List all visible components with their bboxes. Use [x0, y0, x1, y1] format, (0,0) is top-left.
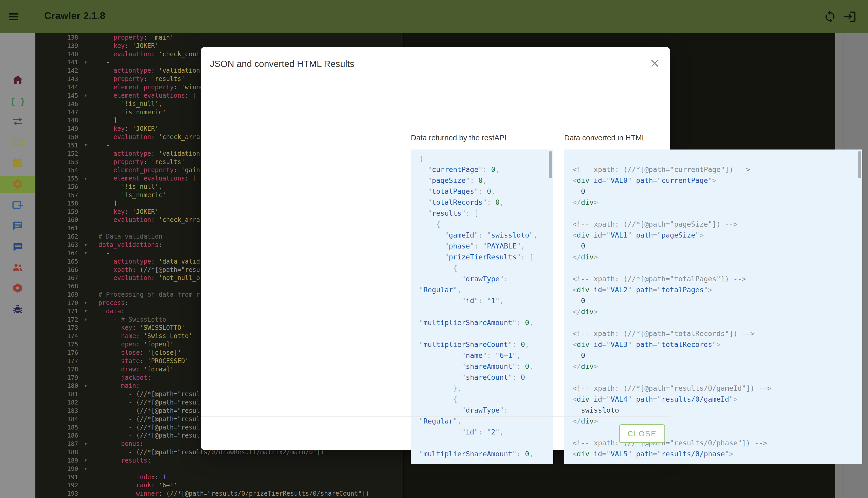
sidebar-item-debug[interactable] [0, 301, 35, 318]
fold-toggle-icon[interactable]: ▾ [81, 309, 90, 314]
code-line: 193 winner: (//*[@path="results/0/prizeT… [35, 489, 403, 498]
line-number: 149 [35, 125, 81, 132]
menu-icon[interactable] [7, 10, 20, 23]
code-text: - # SwissLotto [90, 316, 166, 323]
code-text: - (//*[@path="resul [90, 399, 200, 406]
html-line: <div id="VAL2" path="totalPages"> [564, 285, 862, 296]
html-line: </div> [564, 197, 862, 208]
sidebar-item-users[interactable] [0, 259, 35, 276]
code-text: actiontype: 'data_valid [90, 258, 200, 265]
line-number: 161 [35, 225, 81, 232]
code-text: # Processing of data from r [90, 291, 200, 298]
close-button[interactable]: CLOSE [619, 424, 665, 443]
json-panel-scrollbar[interactable] [549, 151, 552, 179]
line-number: 163 [35, 241, 81, 248]
sidebar-item-home[interactable] [0, 72, 35, 89]
json-line: "shareCount": 0 [411, 372, 553, 383]
code-text: jackpot: [90, 374, 151, 381]
fold-toggle-icon[interactable]: ▾ [81, 60, 90, 65]
json-line: }, [411, 383, 553, 394]
code-line: 190▾ - [35, 465, 403, 473]
line-number: 173 [35, 324, 81, 331]
close-icon[interactable] [649, 57, 660, 69]
line-number: 179 [35, 374, 81, 381]
sidebar-item-comments[interactable] [0, 218, 35, 235]
json-line: "results": [ [411, 208, 553, 219]
html-line [564, 153, 862, 164]
json-line: "drawType": [411, 405, 553, 416]
json-line: "multiplierShareAmount": 0, [411, 317, 553, 328]
json-line: "prizeTierResults": [ [411, 252, 553, 263]
sidebar-item-device-settings[interactable] [0, 197, 35, 214]
line-number: 145 [35, 92, 81, 99]
code-text: key: 'SWISSLOTTO' [90, 324, 185, 331]
line-number: 144 [35, 84, 81, 91]
code-text: actiontype: 'validation [90, 67, 200, 74]
fold-toggle-icon[interactable]: ▾ [81, 466, 90, 471]
line-number: 181 [35, 391, 81, 397]
code-text: - (//*[@path="resul [90, 432, 200, 439]
app-screen: 138 property: 'main'139 key: 'JOKER'140 … [0, 0, 868, 498]
line-number: 162 [35, 233, 81, 240]
sidebar-item-schedule[interactable] [0, 155, 35, 172]
sidebar-item-settings[interactable] [0, 176, 35, 193]
code-text: ] [90, 200, 117, 207]
html-line [564, 208, 862, 219]
line-number: 158 [35, 200, 81, 207]
html-line: <!-- xpath: (//*[@path="pageSize"]) --> [564, 219, 862, 230]
home-icon [12, 74, 24, 87]
code-text: evaluation: 'not_null_o [90, 274, 200, 281]
line-number: 174 [35, 332, 81, 339]
gear-icon [12, 178, 24, 191]
code-text: - (//*[@path="resul [90, 416, 200, 423]
sidebar-item-transfers[interactable] [0, 113, 35, 131]
chat-bubble-icon [12, 220, 24, 233]
code-text: element_property: 'winne [90, 83, 204, 91]
fold-toggle-icon[interactable]: ▾ [81, 176, 90, 181]
line-number: 165 [35, 258, 81, 265]
sidebar-item-window[interactable] [0, 134, 35, 152]
json-line: { [411, 219, 553, 230]
sidebar-item-messages[interactable] [0, 239, 35, 256]
fold-toggle-icon[interactable]: ▾ [81, 242, 90, 248]
code-line: 138 property: 'main' [35, 33, 403, 42]
line-number: 154 [35, 167, 81, 173]
fold-toggle-icon[interactable]: ▾ [81, 143, 90, 148]
fold-toggle-icon[interactable]: ▾ [81, 458, 90, 463]
line-number: 139 [35, 42, 81, 49]
code-text: property: 'results' [90, 158, 185, 166]
line-number: 170 [35, 300, 81, 306]
line-number: 151 [35, 142, 81, 149]
app-title: Crawler 2.1.8 [44, 10, 105, 21]
results-dialog: JSON and converted HTML Results Data ret… [201, 47, 670, 450]
code-text: draw: '[draw]' [90, 366, 174, 373]
fold-toggle-icon[interactable]: ▾ [81, 300, 90, 305]
code-text: key: 'JOKER' [90, 208, 159, 215]
code-text: - [90, 250, 110, 257]
code-text: 'is_numeric' [90, 192, 166, 199]
line-number: 172 [35, 316, 81, 323]
fold-toggle-icon[interactable]: ▾ [81, 250, 90, 256]
sync-icon[interactable] [823, 10, 837, 24]
fold-toggle-icon[interactable]: ▾ [81, 383, 90, 389]
fold-toggle-icon[interactable]: ▾ [81, 441, 90, 447]
line-number: 176 [35, 349, 81, 356]
package-icon [12, 282, 24, 295]
fold-toggle-icon[interactable]: ▾ [81, 317, 90, 322]
line-number: 193 [35, 490, 81, 497]
sidebar-item-code[interactable]: { } [0, 93, 35, 110]
sidebar-item-package[interactable] [0, 280, 35, 297]
line-number: 143 [35, 76, 81, 82]
line-number: 156 [35, 183, 81, 190]
html-panel-scrollbar[interactable] [858, 151, 861, 179]
code-text: bonus: [90, 440, 144, 447]
html-line: <div id="VAL1" path="pageSize"> [564, 230, 862, 241]
line-number: 184 [35, 416, 81, 422]
html-line: 0 [564, 350, 862, 361]
line-number: 175 [35, 341, 81, 348]
line-number: 141 [35, 59, 81, 66]
line-number: 164 [35, 250, 81, 257]
fold-toggle-icon[interactable]: ▾ [81, 93, 90, 98]
login-icon[interactable] [843, 10, 856, 24]
line-number: 150 [35, 134, 81, 140]
